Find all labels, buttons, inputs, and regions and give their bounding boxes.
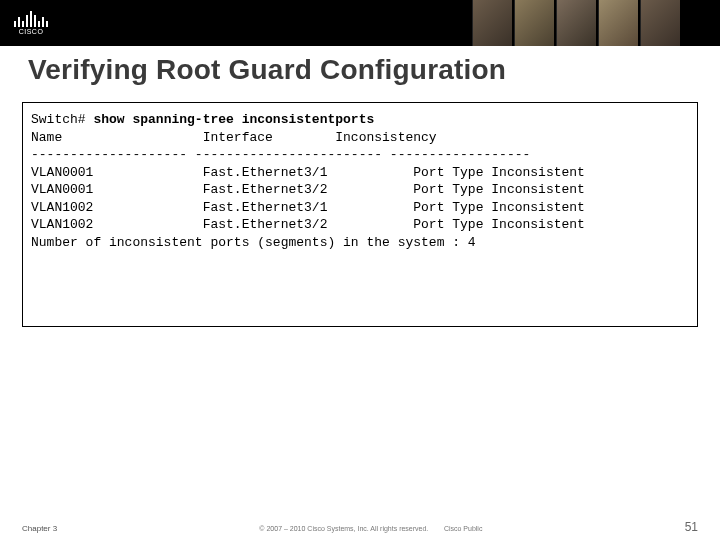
- terminal-output-box: Switch# show spanning-tree inconsistentp…: [22, 102, 698, 327]
- header-photo: [472, 0, 512, 46]
- footer-center: © 2007 – 2010 Cisco Systems, Inc. All ri…: [57, 525, 685, 532]
- header-photo: [556, 0, 596, 46]
- cisco-logo: CISCO: [8, 8, 54, 38]
- logo-text: CISCO: [19, 28, 44, 35]
- footer: Chapter 3 © 2007 – 2010 Cisco Systems, I…: [0, 520, 720, 534]
- header-photo-strip: [472, 0, 680, 46]
- header-photo: [598, 0, 638, 46]
- page-number: 51: [685, 520, 698, 534]
- copyright-text: © 2007 – 2010 Cisco Systems, Inc. All ri…: [259, 525, 428, 532]
- terminal-output: Switch# show spanning-tree inconsistentp…: [31, 111, 689, 251]
- header-band: CISCO: [0, 0, 720, 46]
- title-area: Verifying Root Guard Configuration: [0, 46, 720, 96]
- page-title: Verifying Root Guard Configuration: [28, 54, 692, 86]
- logo-bars-icon: [14, 11, 48, 27]
- header-photo: [514, 0, 554, 46]
- chapter-label: Chapter 3: [22, 524, 57, 533]
- classification-text: Cisco Public: [444, 525, 483, 532]
- header-photo: [640, 0, 680, 46]
